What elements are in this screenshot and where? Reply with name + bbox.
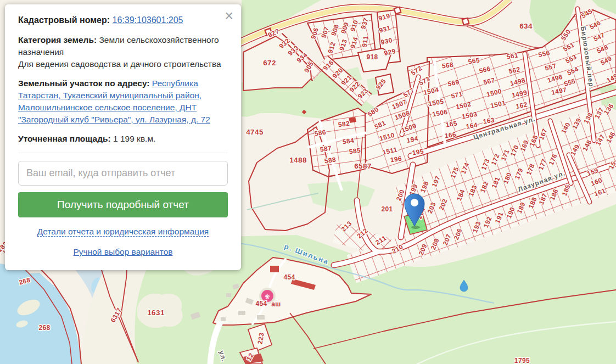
parcel-number-label: 1488 bbox=[289, 156, 307, 164]
parcel-number-label: 454 bbox=[283, 273, 295, 281]
manual-select-link[interactable]: Ручной выбор вариантов bbox=[73, 247, 172, 256]
parcel-number-label: 634 bbox=[519, 22, 533, 30]
parcel-number-label: аш bbox=[271, 300, 281, 308]
info-panel: × Кадастровый номер: 16:39:103601:205 Ка… bbox=[5, 4, 241, 270]
divider bbox=[18, 153, 228, 153]
parcel-number-label: 568 bbox=[441, 61, 454, 70]
parcel-area: Уточненная площадь: 1 199 кв.м. bbox=[18, 133, 228, 145]
parcel-number-label: 911 bbox=[361, 35, 370, 47]
category-note: Для ведения садоводства и дачного строит… bbox=[18, 59, 221, 69]
parcel-address: Земельный участок по адресу: Республика … bbox=[18, 77, 228, 126]
parcel-number-label: 587 bbox=[320, 144, 332, 154]
parcel-number-label: 918 bbox=[366, 53, 378, 61]
parcel-number-label: 454 bbox=[255, 300, 267, 307]
parcel-number-label: 6587 bbox=[354, 162, 372, 170]
parcel-number-label: 4745 bbox=[246, 128, 264, 136]
parcel-number-label: 588 bbox=[324, 156, 337, 165]
area-label: Уточненная площадь: bbox=[18, 134, 111, 143]
parcel-number-label: 166 bbox=[444, 131, 457, 140]
parcel-number-label: 201 bbox=[381, 205, 393, 213]
parcel-number-label: 584 bbox=[342, 137, 355, 146]
email-input[interactable] bbox=[18, 161, 228, 186]
flower-icon: ❀ bbox=[265, 293, 270, 300]
parcel-number-label: 585 bbox=[349, 147, 361, 156]
get-report-button[interactable]: Получить подробный отчет bbox=[18, 192, 228, 217]
parcel-number-label: 1631 bbox=[147, 309, 165, 317]
parcel-number-label: 268 bbox=[38, 324, 50, 332]
category-label: Категория земель: bbox=[18, 35, 97, 44]
map-viewport[interactable]: ❀ 92793293393490590690790890991093791291… bbox=[0, 0, 616, 364]
parcel-number-label: 582 bbox=[338, 120, 350, 129]
report-details-link[interactable]: Детали отчета и юридическая информация bbox=[37, 227, 209, 237]
cadastral-number-label: Кадастровый номер: bbox=[18, 15, 110, 25]
parcel-number-label: 672 bbox=[263, 59, 276, 67]
close-icon[interactable]: × bbox=[225, 9, 233, 24]
area-value: 1 199 кв.м. bbox=[113, 134, 155, 143]
cadastral-number-link[interactable]: 16:39:103601:205 bbox=[113, 15, 183, 25]
parcel-number-label: 196 bbox=[390, 155, 402, 164]
parcel-number-label: 1795 bbox=[514, 357, 530, 364]
address-label: Земельный участок по адресу: bbox=[18, 79, 149, 88]
land-category: Категория земель: Земли сельскохозяйстве… bbox=[18, 34, 228, 70]
